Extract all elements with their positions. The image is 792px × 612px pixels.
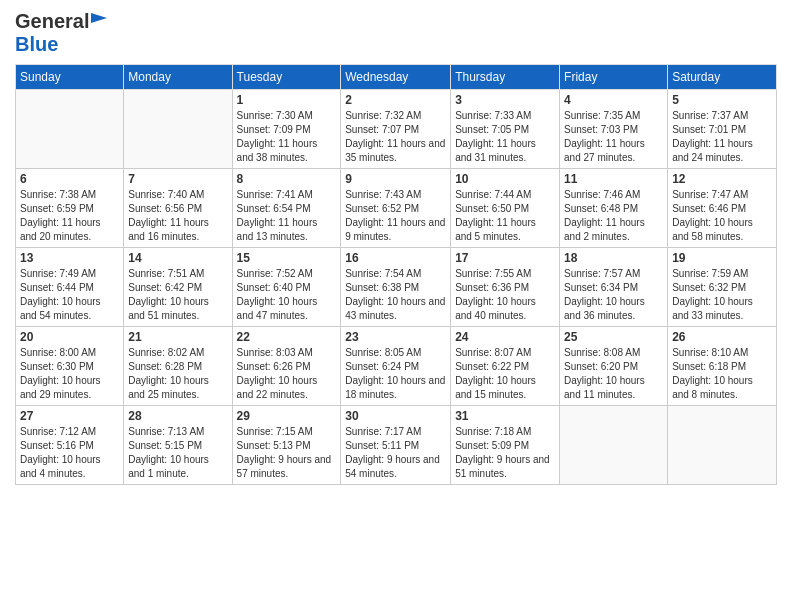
calendar-cell: 7Sunrise: 7:40 AM Sunset: 6:56 PM Daylig… — [124, 169, 232, 248]
day-info: Sunrise: 7:37 AM Sunset: 7:01 PM Dayligh… — [672, 109, 772, 165]
calendar-cell: 25Sunrise: 8:08 AM Sunset: 6:20 PM Dayli… — [560, 327, 668, 406]
day-info: Sunrise: 7:46 AM Sunset: 6:48 PM Dayligh… — [564, 188, 663, 244]
main-container: GeneralBlue SundayMondayTuesdayWednesday… — [0, 0, 792, 495]
calendar-cell: 26Sunrise: 8:10 AM Sunset: 6:18 PM Dayli… — [668, 327, 777, 406]
day-info: Sunrise: 8:02 AM Sunset: 6:28 PM Dayligh… — [128, 346, 227, 402]
day-number: 26 — [672, 330, 772, 344]
day-number: 16 — [345, 251, 446, 265]
day-info: Sunrise: 8:03 AM Sunset: 6:26 PM Dayligh… — [237, 346, 337, 402]
day-info: Sunrise: 7:18 AM Sunset: 5:09 PM Dayligh… — [455, 425, 555, 481]
day-info: Sunrise: 7:30 AM Sunset: 7:09 PM Dayligh… — [237, 109, 337, 165]
day-info: Sunrise: 7:54 AM Sunset: 6:38 PM Dayligh… — [345, 267, 446, 323]
day-number: 15 — [237, 251, 337, 265]
calendar-week-3: 13Sunrise: 7:49 AM Sunset: 6:44 PM Dayli… — [16, 248, 777, 327]
day-number: 12 — [672, 172, 772, 186]
calendar-cell: 21Sunrise: 8:02 AM Sunset: 6:28 PM Dayli… — [124, 327, 232, 406]
day-number: 9 — [345, 172, 446, 186]
day-info: Sunrise: 7:38 AM Sunset: 6:59 PM Dayligh… — [20, 188, 119, 244]
calendar-cell: 1Sunrise: 7:30 AM Sunset: 7:09 PM Daylig… — [232, 90, 341, 169]
day-number: 30 — [345, 409, 446, 423]
calendar-cell: 24Sunrise: 8:07 AM Sunset: 6:22 PM Dayli… — [451, 327, 560, 406]
calendar-cell — [124, 90, 232, 169]
day-info: Sunrise: 8:05 AM Sunset: 6:24 PM Dayligh… — [345, 346, 446, 402]
day-number: 8 — [237, 172, 337, 186]
day-number: 11 — [564, 172, 663, 186]
calendar-cell: 5Sunrise: 7:37 AM Sunset: 7:01 PM Daylig… — [668, 90, 777, 169]
calendar-cell: 15Sunrise: 7:52 AM Sunset: 6:40 PM Dayli… — [232, 248, 341, 327]
day-number: 6 — [20, 172, 119, 186]
day-number: 20 — [20, 330, 119, 344]
calendar-cell — [560, 406, 668, 485]
day-info: Sunrise: 7:43 AM Sunset: 6:52 PM Dayligh… — [345, 188, 446, 244]
calendar-cell — [668, 406, 777, 485]
day-number: 22 — [237, 330, 337, 344]
calendar-cell: 8Sunrise: 7:41 AM Sunset: 6:54 PM Daylig… — [232, 169, 341, 248]
calendar-cell: 31Sunrise: 7:18 AM Sunset: 5:09 PM Dayli… — [451, 406, 560, 485]
calendar-week-2: 6Sunrise: 7:38 AM Sunset: 6:59 PM Daylig… — [16, 169, 777, 248]
day-number: 31 — [455, 409, 555, 423]
calendar-cell: 20Sunrise: 8:00 AM Sunset: 6:30 PM Dayli… — [16, 327, 124, 406]
day-info: Sunrise: 7:49 AM Sunset: 6:44 PM Dayligh… — [20, 267, 119, 323]
day-info: Sunrise: 7:17 AM Sunset: 5:11 PM Dayligh… — [345, 425, 446, 481]
day-number: 4 — [564, 93, 663, 107]
calendar-table: SundayMondayTuesdayWednesdayThursdayFrid… — [15, 64, 777, 485]
calendar-header-tuesday: Tuesday — [232, 65, 341, 90]
header: GeneralBlue — [15, 10, 777, 56]
day-info: Sunrise: 7:32 AM Sunset: 7:07 PM Dayligh… — [345, 109, 446, 165]
day-number: 23 — [345, 330, 446, 344]
calendar-header-wednesday: Wednesday — [341, 65, 451, 90]
day-number: 3 — [455, 93, 555, 107]
calendar-cell: 11Sunrise: 7:46 AM Sunset: 6:48 PM Dayli… — [560, 169, 668, 248]
calendar-cell: 6Sunrise: 7:38 AM Sunset: 6:59 PM Daylig… — [16, 169, 124, 248]
day-number: 18 — [564, 251, 663, 265]
logo-text: GeneralBlue — [15, 10, 107, 56]
day-info: Sunrise: 8:00 AM Sunset: 6:30 PM Dayligh… — [20, 346, 119, 402]
calendar-week-5: 27Sunrise: 7:12 AM Sunset: 5:16 PM Dayli… — [16, 406, 777, 485]
day-number: 25 — [564, 330, 663, 344]
calendar-cell: 22Sunrise: 8:03 AM Sunset: 6:26 PM Dayli… — [232, 327, 341, 406]
calendar-cell: 28Sunrise: 7:13 AM Sunset: 5:15 PM Dayli… — [124, 406, 232, 485]
calendar-cell: 2Sunrise: 7:32 AM Sunset: 7:07 PM Daylig… — [341, 90, 451, 169]
day-number: 29 — [237, 409, 337, 423]
day-number: 7 — [128, 172, 227, 186]
calendar-cell: 18Sunrise: 7:57 AM Sunset: 6:34 PM Dayli… — [560, 248, 668, 327]
calendar-cell: 16Sunrise: 7:54 AM Sunset: 6:38 PM Dayli… — [341, 248, 451, 327]
calendar-cell: 19Sunrise: 7:59 AM Sunset: 6:32 PM Dayli… — [668, 248, 777, 327]
calendar-cell: 3Sunrise: 7:33 AM Sunset: 7:05 PM Daylig… — [451, 90, 560, 169]
day-info: Sunrise: 7:33 AM Sunset: 7:05 PM Dayligh… — [455, 109, 555, 165]
day-info: Sunrise: 8:10 AM Sunset: 6:18 PM Dayligh… — [672, 346, 772, 402]
day-number: 14 — [128, 251, 227, 265]
day-info: Sunrise: 7:52 AM Sunset: 6:40 PM Dayligh… — [237, 267, 337, 323]
calendar-header-thursday: Thursday — [451, 65, 560, 90]
day-info: Sunrise: 7:44 AM Sunset: 6:50 PM Dayligh… — [455, 188, 555, 244]
calendar-header-friday: Friday — [560, 65, 668, 90]
calendar-cell: 29Sunrise: 7:15 AM Sunset: 5:13 PM Dayli… — [232, 406, 341, 485]
day-number: 24 — [455, 330, 555, 344]
day-info: Sunrise: 7:12 AM Sunset: 5:16 PM Dayligh… — [20, 425, 119, 481]
day-number: 28 — [128, 409, 227, 423]
day-number: 5 — [672, 93, 772, 107]
calendar-cell: 27Sunrise: 7:12 AM Sunset: 5:16 PM Dayli… — [16, 406, 124, 485]
day-number: 10 — [455, 172, 555, 186]
day-number: 2 — [345, 93, 446, 107]
calendar-header-row: SundayMondayTuesdayWednesdayThursdayFrid… — [16, 65, 777, 90]
calendar-cell: 23Sunrise: 8:05 AM Sunset: 6:24 PM Dayli… — [341, 327, 451, 406]
calendar-cell: 14Sunrise: 7:51 AM Sunset: 6:42 PM Dayli… — [124, 248, 232, 327]
calendar-header-sunday: Sunday — [16, 65, 124, 90]
svg-marker-0 — [91, 13, 107, 23]
calendar-header-saturday: Saturday — [668, 65, 777, 90]
day-info: Sunrise: 7:57 AM Sunset: 6:34 PM Dayligh… — [564, 267, 663, 323]
calendar-cell: 4Sunrise: 7:35 AM Sunset: 7:03 PM Daylig… — [560, 90, 668, 169]
day-info: Sunrise: 7:47 AM Sunset: 6:46 PM Dayligh… — [672, 188, 772, 244]
day-info: Sunrise: 7:51 AM Sunset: 6:42 PM Dayligh… — [128, 267, 227, 323]
logo: GeneralBlue — [15, 10, 107, 56]
day-info: Sunrise: 8:08 AM Sunset: 6:20 PM Dayligh… — [564, 346, 663, 402]
day-info: Sunrise: 8:07 AM Sunset: 6:22 PM Dayligh… — [455, 346, 555, 402]
day-info: Sunrise: 7:13 AM Sunset: 5:15 PM Dayligh… — [128, 425, 227, 481]
day-info: Sunrise: 7:35 AM Sunset: 7:03 PM Dayligh… — [564, 109, 663, 165]
day-number: 13 — [20, 251, 119, 265]
day-info: Sunrise: 7:40 AM Sunset: 6:56 PM Dayligh… — [128, 188, 227, 244]
calendar-cell: 13Sunrise: 7:49 AM Sunset: 6:44 PM Dayli… — [16, 248, 124, 327]
calendar-cell: 30Sunrise: 7:17 AM Sunset: 5:11 PM Dayli… — [341, 406, 451, 485]
calendar-cell: 17Sunrise: 7:55 AM Sunset: 6:36 PM Dayli… — [451, 248, 560, 327]
